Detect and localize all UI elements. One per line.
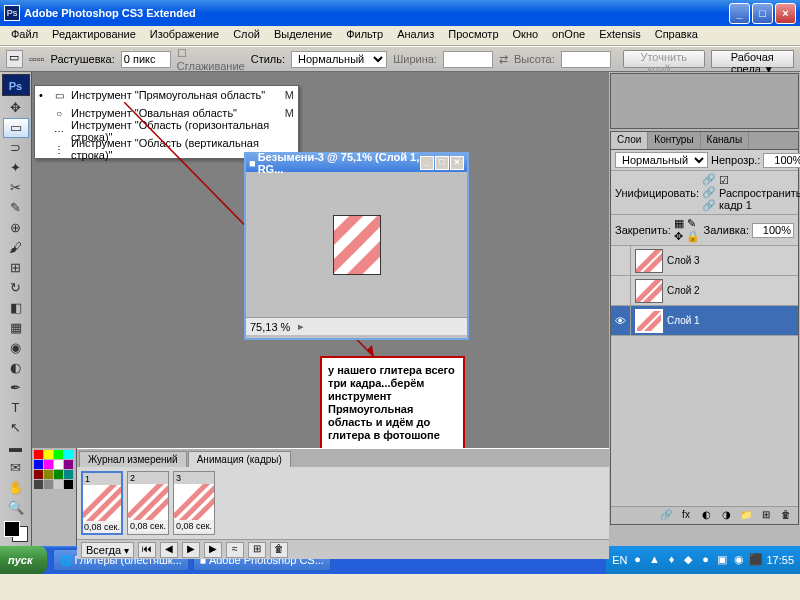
minimize-button[interactable]: _ bbox=[729, 3, 750, 24]
lasso-tool[interactable]: ⊃ bbox=[3, 138, 29, 158]
close-button[interactable]: × bbox=[775, 3, 796, 24]
fill-input[interactable] bbox=[752, 223, 794, 238]
blend-mode-select[interactable]: Нормальный bbox=[615, 152, 708, 168]
link-layers-button[interactable]: 🔗 bbox=[658, 509, 674, 523]
menu-image[interactable]: Изображение bbox=[143, 26, 226, 45]
tray-icon[interactable]: ▲ bbox=[647, 553, 661, 567]
tray-icon[interactable]: ● bbox=[698, 553, 712, 567]
marquee-preset-icon[interactable]: ▭ bbox=[6, 50, 23, 68]
menu-extensis[interactable]: Extensis bbox=[592, 26, 648, 45]
feather-input[interactable] bbox=[121, 51, 171, 68]
opacity-input[interactable] bbox=[763, 153, 800, 168]
layer-item-1[interactable]: 👁Слой 1 bbox=[611, 306, 798, 336]
tab-channels[interactable]: Каналы bbox=[701, 132, 750, 149]
eraser-tool[interactable]: ◧ bbox=[3, 298, 29, 318]
visibility-toggle[interactable] bbox=[611, 276, 631, 305]
fx-button[interactable]: fx bbox=[678, 509, 694, 523]
type-tool[interactable]: T bbox=[3, 397, 29, 417]
document-canvas[interactable] bbox=[246, 172, 467, 317]
lock-icons[interactable]: ▦ ✎ ✥ 🔒 bbox=[674, 217, 701, 243]
layer-item-3[interactable]: Слой 3 bbox=[611, 246, 798, 276]
blur-tool[interactable]: ◉ bbox=[3, 337, 29, 357]
gradient-tool[interactable]: ▦ bbox=[3, 317, 29, 337]
workspace-button[interactable]: Рабочая среда ▼ bbox=[711, 50, 794, 68]
clock[interactable]: 17:55 bbox=[766, 554, 794, 566]
document-window[interactable]: ■ Безымени-3 @ 75,1% (Слой 1, RG... _□× … bbox=[244, 152, 469, 340]
visibility-toggle[interactable] bbox=[611, 246, 631, 275]
layers-footer: 🔗 fx ◐ ◑ 📁 ⊞ 🗑 bbox=[611, 506, 798, 524]
canvas-area: •▭Инструмент "Прямоугольная область"M ○И… bbox=[32, 72, 609, 546]
collapsed-panel[interactable] bbox=[610, 73, 799, 129]
new-layer-button[interactable]: ⊞ bbox=[758, 509, 774, 523]
frame-1[interactable]: 10,08 сек. bbox=[81, 471, 123, 535]
style-select[interactable]: Нормальный bbox=[291, 51, 387, 68]
language-indicator[interactable]: EN bbox=[612, 554, 627, 566]
tween-button[interactable]: ≈ bbox=[226, 542, 244, 558]
doc-minimize[interactable]: _ bbox=[420, 156, 434, 170]
animation-frames: 10,08 сек. 20,08 сек. 30,08 сек. bbox=[77, 467, 609, 539]
visibility-toggle[interactable]: 👁 bbox=[611, 306, 631, 335]
layer-item-2[interactable]: Слой 2 bbox=[611, 276, 798, 306]
menu-onone[interactable]: onOne bbox=[545, 26, 592, 45]
tray-icon[interactable]: ▣ bbox=[715, 553, 729, 567]
crop-tool[interactable]: ✂ bbox=[3, 178, 29, 198]
frame-2[interactable]: 20,08 сек. bbox=[127, 471, 169, 535]
frame-3[interactable]: 30,08 сек. bbox=[173, 471, 215, 535]
system-tray: EN ● ▲ ♦ ◆ ● ▣ ◉ ⬛ 17:55 bbox=[606, 546, 800, 574]
tab-measurement-log[interactable]: Журнал измерений bbox=[79, 451, 187, 467]
menu-view[interactable]: Просмотр bbox=[441, 26, 505, 45]
pen-tool[interactable]: ✒ bbox=[3, 377, 29, 397]
color-swatches[interactable] bbox=[2, 519, 30, 544]
move-tool[interactable]: ✥ bbox=[3, 98, 29, 118]
menu-file[interactable]: Файл bbox=[4, 26, 45, 45]
eyedropper-tool[interactable]: ✎ bbox=[3, 198, 29, 218]
menu-analysis[interactable]: Анализ bbox=[390, 26, 441, 45]
history-brush-tool[interactable]: ↻ bbox=[3, 278, 29, 298]
doc-maximize[interactable]: □ bbox=[435, 156, 449, 170]
delete-layer-button[interactable]: 🗑 bbox=[778, 509, 794, 523]
heal-tool[interactable]: ⊕ bbox=[3, 218, 29, 238]
adjustment-button[interactable]: ◑ bbox=[718, 509, 734, 523]
menu-edit[interactable]: Редактирование bbox=[45, 26, 143, 45]
opacity-label: Непрозр.: bbox=[711, 154, 760, 166]
dodge-tool[interactable]: ◐ bbox=[3, 357, 29, 377]
prev-frame-button[interactable]: ◀ bbox=[160, 542, 178, 558]
play-button[interactable]: ▶ bbox=[182, 542, 200, 558]
wand-tool[interactable]: ✦ bbox=[3, 158, 29, 178]
tab-animation-frames[interactable]: Анимация (кадры) bbox=[188, 451, 291, 467]
hand-tool[interactable]: ✋ bbox=[3, 477, 29, 497]
tab-layers[interactable]: Слои bbox=[611, 132, 648, 149]
unify-icons[interactable]: 🔗 🔗 🔗 bbox=[702, 173, 716, 212]
tab-paths[interactable]: Контуры bbox=[648, 132, 700, 149]
doc-close[interactable]: × bbox=[450, 156, 464, 170]
rewind-button[interactable]: ⏮ bbox=[138, 542, 156, 558]
tray-icon[interactable]: ◆ bbox=[681, 553, 695, 567]
tray-icon[interactable]: ● bbox=[630, 553, 644, 567]
start-button[interactable]: пуск bbox=[0, 546, 47, 574]
loop-select[interactable]: Всегда ▾ bbox=[81, 542, 134, 558]
delete-frame-button[interactable]: 🗑 bbox=[270, 542, 288, 558]
menu-layer[interactable]: Слой bbox=[226, 26, 267, 45]
mask-button[interactable]: ◐ bbox=[698, 509, 714, 523]
shape-tool[interactable]: ▬ bbox=[3, 437, 29, 457]
new-frame-button[interactable]: ⊞ bbox=[248, 542, 266, 558]
marquee-tool[interactable]: ▭ bbox=[3, 118, 29, 138]
brush-tool[interactable]: 🖌 bbox=[3, 238, 29, 258]
tray-icon[interactable]: ⬛ bbox=[749, 553, 763, 567]
refine-edge-button[interactable]: Уточнить край... bbox=[623, 50, 705, 68]
maximize-button[interactable]: □ bbox=[752, 3, 773, 24]
tray-icon[interactable]: ♦ bbox=[664, 553, 678, 567]
document-titlebar[interactable]: ■ Безымени-3 @ 75,1% (Слой 1, RG... _□× bbox=[246, 154, 467, 172]
menu-filter[interactable]: Фильтр bbox=[339, 26, 390, 45]
next-frame-button[interactable]: ▶ bbox=[204, 542, 222, 558]
notes-tool[interactable]: ✉ bbox=[3, 457, 29, 477]
menu-help[interactable]: Справка bbox=[648, 26, 705, 45]
group-button[interactable]: 📁 bbox=[738, 509, 754, 523]
ctx-rect-marquee[interactable]: •▭Инструмент "Прямоугольная область"M bbox=[35, 86, 298, 104]
zoom-tool[interactable]: 🔍 bbox=[3, 497, 29, 517]
path-select-tool[interactable]: ↖ bbox=[3, 417, 29, 437]
menu-select[interactable]: Выделение bbox=[267, 26, 339, 45]
menu-window[interactable]: Окно bbox=[506, 26, 546, 45]
stamp-tool[interactable]: ⊞ bbox=[3, 258, 29, 278]
tray-icon[interactable]: ◉ bbox=[732, 553, 746, 567]
